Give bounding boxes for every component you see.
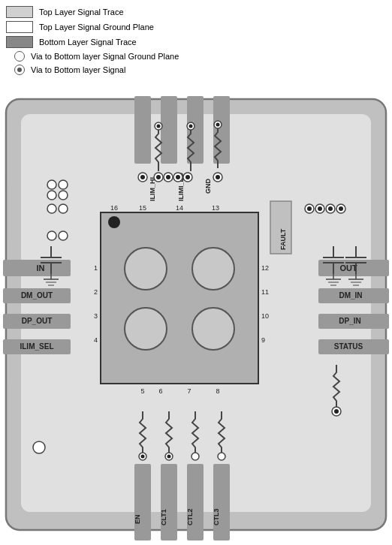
svg-text:FAULT: FAULT (279, 228, 287, 250)
svg-text:CLT1: CLT1 (160, 509, 167, 525)
svg-point-119 (157, 125, 161, 128)
svg-point-81 (47, 204, 56, 213)
svg-rect-17 (213, 464, 230, 540)
svg-rect-10 (134, 96, 151, 164)
legend-swatch-1 (6, 6, 33, 18)
legend-label-2: Top Layer Signal Ground Plane (39, 23, 154, 32)
svg-text:DM_OUT: DM_OUT (21, 291, 53, 300)
svg-point-111 (334, 409, 339, 414)
svg-text:STATUS: STATUS (334, 342, 363, 351)
svg-text:16: 16 (110, 204, 118, 212)
svg-point-20 (125, 248, 167, 290)
svg-point-116 (191, 453, 199, 460)
legend-item-5: Via to Bottom layer Signal (6, 65, 179, 75)
svg-point-79 (47, 191, 56, 200)
svg-text:1: 1 (94, 264, 98, 272)
legend-swatch-3 (6, 36, 33, 48)
svg-point-82 (59, 204, 68, 213)
svg-point-74 (328, 206, 333, 211)
svg-point-21 (192, 248, 234, 290)
svg-text:15: 15 (139, 204, 146, 212)
legend-swatch-2 (6, 21, 33, 33)
svg-text:DM_IN: DM_IN (339, 291, 362, 300)
svg-rect-15 (161, 464, 177, 540)
svg-rect-11 (161, 96, 177, 164)
svg-rect-18 (101, 212, 258, 384)
svg-point-91 (47, 231, 56, 240)
svg-point-117 (218, 453, 225, 460)
svg-text:8: 8 (216, 387, 219, 395)
svg-text:13: 13 (212, 204, 219, 212)
legend-item-2: Top Layer Signal Ground Plane (6, 21, 179, 33)
svg-text:5: 5 (140, 387, 144, 395)
svg-point-62 (166, 175, 170, 179)
svg-text:12: 12 (261, 264, 269, 272)
svg-point-77 (47, 180, 56, 189)
svg-text:ILIM_SEL: ILIM_SEL (20, 342, 53, 351)
legend-via-filled (14, 65, 25, 75)
svg-text:3: 3 (94, 312, 98, 320)
svg-point-58 (140, 175, 145, 179)
svg-point-78 (59, 180, 68, 189)
svg-point-72 (318, 206, 322, 211)
svg-point-66 (185, 175, 190, 179)
legend-label-1: Top Layer Signal Trace (39, 8, 124, 17)
svg-text:9: 9 (261, 336, 265, 344)
svg-point-70 (307, 206, 312, 211)
svg-text:14: 14 (176, 204, 183, 212)
svg-point-115 (167, 455, 171, 459)
svg-text:CTL3: CTL3 (213, 509, 220, 526)
svg-point-121 (189, 125, 193, 128)
svg-point-80 (59, 191, 68, 200)
svg-point-76 (339, 206, 343, 211)
svg-rect-13 (213, 96, 230, 164)
pcb-diagram: 16 15 14 13 1 2 3 4 12 11 10 9 5 6 7 8 I… (3, 96, 389, 540)
svg-point-68 (216, 175, 220, 179)
svg-point-92 (59, 231, 68, 240)
legend-item-1: Top Layer Signal Trace (6, 6, 179, 18)
svg-rect-14 (134, 464, 151, 540)
svg-text:CTL2: CTL2 (186, 509, 194, 526)
legend-via-open (14, 51, 25, 62)
svg-text:OUT: OUT (339, 263, 357, 272)
legend-item-4: Via to Bottom layer Signal Ground Plane (6, 51, 179, 62)
legend-label-5: Via to Bottom layer Signal (31, 65, 125, 74)
svg-rect-16 (187, 464, 204, 540)
svg-point-22 (125, 308, 167, 350)
svg-text:GND: GND (204, 179, 212, 194)
svg-text:EN: EN (134, 514, 141, 524)
legend-label-4: Via to Bottom layer Signal Ground Plane (31, 52, 179, 61)
svg-text:11: 11 (261, 288, 269, 296)
svg-point-123 (216, 123, 220, 127)
svg-text:DP_OUT: DP_OUT (22, 317, 53, 325)
svg-point-109 (33, 441, 45, 453)
svg-text:4: 4 (94, 336, 98, 344)
svg-text:DP_IN: DP_IN (339, 317, 360, 325)
svg-point-60 (156, 175, 161, 179)
svg-point-23 (192, 308, 234, 350)
svg-point-113 (141, 455, 145, 459)
svg-text:IN: IN (37, 263, 45, 272)
svg-text:10: 10 (261, 312, 269, 320)
svg-text:7: 7 (187, 387, 191, 395)
legend-label-3: Bottom Layer Signal Trace (39, 38, 137, 47)
legend-item-3: Bottom Layer Signal Trace (6, 36, 179, 48)
svg-text:6: 6 (158, 387, 162, 395)
svg-point-19 (108, 216, 120, 228)
svg-point-64 (176, 175, 180, 179)
svg-text:2: 2 (94, 288, 98, 296)
